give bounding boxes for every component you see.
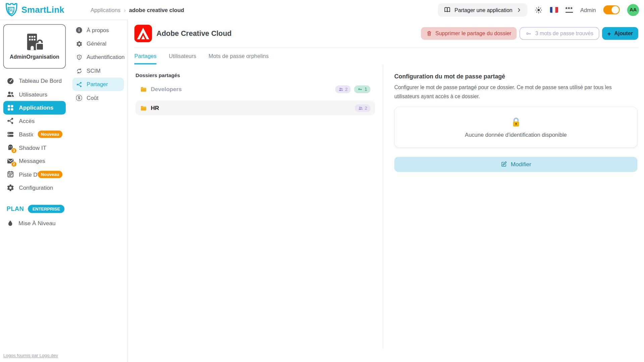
share-nodes-icon <box>7 117 14 125</box>
server-icon <box>7 130 14 138</box>
key-icon <box>358 87 363 91</box>
users-icon <box>338 87 343 91</box>
empty-credentials-message: Aucune donnée d'identification disponibl… <box>465 131 567 137</box>
sidebar-item-piste-d-audit[interactable]: Piste D'audit Nouveau <box>3 168 66 181</box>
plan-enterprise-badge[interactable]: ENTERPRISE <box>28 204 64 213</box>
piste-d-audit-nouveau-badge: Nouveau <box>38 171 62 178</box>
subnav-item-a-propos[interactable]: i À propos <box>72 23 124 37</box>
share-application-button[interactable]: Partager une application <box>438 3 527 16</box>
plan-row: PLAN ENTERPRISE <box>7 204 66 213</box>
sidebar-item-tableau-de-bord[interactable]: Tableau De Bord <box>3 74 66 88</box>
breadcrumb-separator-icon: › <box>124 7 126 13</box>
page-title: Adobe Creative Cloud <box>157 29 232 38</box>
info-icon: i <box>76 27 83 34</box>
admin-mode-toggle[interactable] <box>603 5 620 14</box>
credentials-empty-card: Aucune donnée d'identification disponibl… <box>394 107 638 147</box>
lock-icon <box>510 116 521 129</box>
sidebar-item-messages[interactable]: 2 Messages <box>3 154 66 168</box>
plus-icon: + <box>607 30 611 37</box>
messages-count-badge: 2 <box>11 161 17 167</box>
organisation-card[interactable]: AdminOrganisation <box>3 24 66 68</box>
sidebar-item-applications[interactable]: Applications <box>3 101 66 114</box>
subnav-item-general[interactable]: Général <box>72 37 124 50</box>
droplet-icon <box>7 220 14 227</box>
edit-pencil-icon <box>500 161 507 168</box>
tab-mots-de-passe-orphelins[interactable]: Mots de passe orphelins <box>209 48 269 64</box>
folder-row-hr[interactable]: HR 2 <box>136 101 375 115</box>
chevron-right-icon <box>516 7 522 12</box>
language-flag-fr-icon[interactable] <box>550 7 558 13</box>
gear-icon <box>7 184 14 191</box>
password-config-panel: Configuration du mot de passe partagé Co… <box>383 64 644 349</box>
trash-icon <box>426 31 432 37</box>
delete-share-button[interactable]: Supprimer le partage du dossier <box>421 27 517 40</box>
share-nodes-icon <box>76 81 83 88</box>
breadcrumb-parent[interactable]: Applications <box>91 7 120 13</box>
key-icon <box>525 31 532 36</box>
folder-passwords-badge: 1 <box>354 85 371 93</box>
sidebar-item-bastion[interactable]: Bastion Nouveau <box>3 128 66 141</box>
folder-users-badge: 2 <box>355 104 371 112</box>
subnav-item-authentification[interactable]: Authentification <box>72 51 124 64</box>
sidebar-item-acces[interactable]: Accès <box>3 114 66 128</box>
shield-alert-icon <box>76 54 83 61</box>
smartlink-shield-icon: SL <box>3 1 19 18</box>
breadcrumb: Applications › adobe creative cloud <box>91 7 184 13</box>
tab-partages[interactable]: Partages <box>134 48 156 64</box>
audit-calendar-icon <box>7 170 14 178</box>
panel-description: Configurer le mot de passe partagé pour … <box>394 83 633 101</box>
panel-title: Configuration du mot de passe partagé <box>394 73 638 80</box>
subnav-item-cout[interactable]: $ Coût <box>72 91 124 105</box>
theme-sun-icon[interactable] <box>535 6 542 14</box>
folder-icon <box>140 86 147 92</box>
organisation-building-lock-icon <box>24 33 45 51</box>
add-button[interactable]: + Ajouter <box>602 27 638 40</box>
users-icon <box>358 106 363 110</box>
tab-bar: Partages Utilisateurs Mots de passe orph… <box>128 48 644 64</box>
passwords-found-button[interactable]: 3 mots de passe trouvés <box>520 27 599 40</box>
subnav-item-partager[interactable]: Partager <box>72 77 124 91</box>
brand[interactable]: SL SmartLink <box>3 1 64 18</box>
sidebar: AdminOrganisation Tableau De Bord Utilis… <box>0 20 69 362</box>
edit-password-button[interactable]: Modifier <box>394 157 638 172</box>
topbar-right: Partager une application <box>438 3 639 16</box>
app-subnav: i À propos Général Authentification <box>69 20 128 362</box>
sidebar-item-utilisateurs[interactable]: Utilisateurs <box>3 87 66 101</box>
bastion-nouveau-badge: Nouveau <box>38 131 62 138</box>
main-content: Adobe Creative Cloud Supprimer le partag… <box>128 20 644 362</box>
avatar[interactable]: AA <box>627 4 639 16</box>
folder-row-developers[interactable]: Developers 2 <box>136 82 375 97</box>
subnav-item-scim[interactable]: SCIM <box>72 64 124 77</box>
shared-folders-panel: Dossiers partagés Developers 2 <box>128 64 383 349</box>
topbar: SL SmartLink Applications › adobe creati… <box>0 0 644 20</box>
page: SL SmartLink Applications › adobe creati… <box>0 0 644 362</box>
sidebar-item-configuration[interactable]: Configuration <box>3 181 66 194</box>
apps-grid-icon <box>7 104 14 111</box>
sidebar-nav: Tableau De Bord Utilisateurs Application… <box>3 74 66 194</box>
brand-name: SmartLink <box>21 5 64 15</box>
gear-icon <box>76 41 83 47</box>
adobe-logo-icon <box>134 24 152 42</box>
plan-label: PLAN <box>7 205 24 212</box>
book-icon <box>443 6 451 13</box>
admin-label: Admin <box>580 7 596 13</box>
password-keyboard-icon[interactable]: *** <box>566 7 573 12</box>
shadow-it-count-badge: 3 <box>11 148 17 154</box>
organisation-name: AdminOrganisation <box>10 54 59 60</box>
share-application-label: Partager une application <box>454 7 513 13</box>
folder-icon <box>140 105 147 111</box>
folder-users-badge: 2 <box>335 85 351 93</box>
users-icon <box>7 90 14 98</box>
logo-dev-credit-link[interactable]: Logos fournis par Logo.dev <box>3 353 58 358</box>
sidebar-item-shadow-it[interactable]: 3 Shadow IT <box>3 141 66 155</box>
tab-utilisateurs[interactable]: Utilisateurs <box>169 48 196 64</box>
svg-text:SL: SL <box>8 8 14 12</box>
breadcrumb-current: adobe creative cloud <box>129 7 184 13</box>
dollar-circle-icon: $ <box>76 95 83 101</box>
dashboard-gauge-icon <box>7 77 14 85</box>
shared-folders-heading: Dossiers partagés <box>136 73 375 78</box>
sync-icon <box>76 67 83 74</box>
sidebar-item-mise-a-niveau[interactable]: Mise À Niveau <box>3 217 66 230</box>
